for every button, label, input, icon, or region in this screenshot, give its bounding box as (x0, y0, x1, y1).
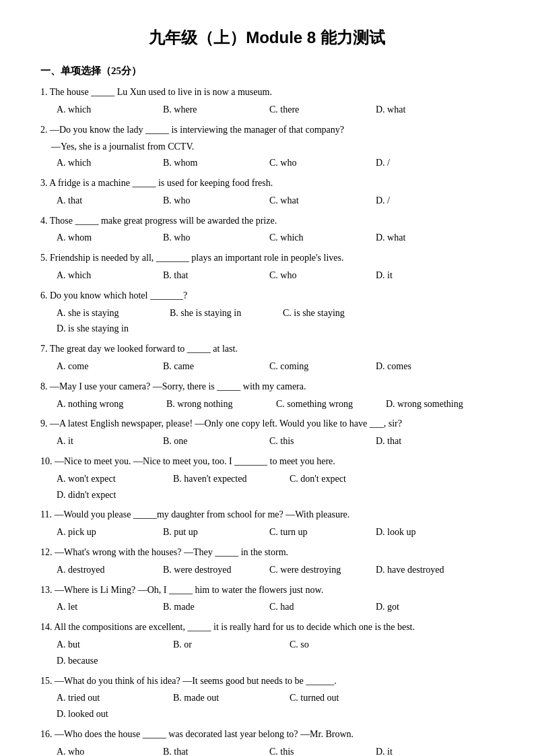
option-9-A: A. it (57, 433, 158, 449)
question-text-15: 15. —What do you think of his idea? —It … (40, 673, 494, 689)
question-text-1: 1. The house _____ Lu Xun used to live i… (40, 84, 494, 100)
question-7: 7. The great day we looked forward to __… (40, 341, 494, 375)
options-11: A. pick upB. put upC. turn upD. look up (40, 524, 494, 540)
options-15: A. tried outB. made outC. turned outD. l… (40, 690, 494, 722)
option-16-D: D. it (376, 744, 477, 756)
option-3-A: A. that (57, 193, 158, 209)
option-16-C: C. this (269, 744, 370, 756)
options-16: A. whoB. thatC. thisD. it (40, 744, 494, 756)
option-16-B: B. that (163, 744, 264, 756)
options-4: A. whomB. whoC. whichD. what (40, 230, 494, 246)
option-12-B: B. were destroyed (163, 562, 264, 578)
question-4: 4. Those _____ make great progress will … (40, 213, 494, 247)
option-5-D: D. it (376, 267, 477, 284)
options-12: A. destroyedB. were destroyedC. were des… (40, 562, 494, 578)
option-15-C: C. turned out (290, 690, 401, 706)
question-14: 14. All the compositions are excellent, … (40, 619, 494, 668)
option-12-D: D. have destroyed (376, 562, 477, 578)
option-7-B: B. came (163, 358, 264, 375)
option-10-A: A. won't expect (57, 471, 168, 487)
option-1-A: A. which (57, 102, 158, 118)
question-text-8: 8. —May I use your camera? —Sorry, there… (40, 379, 494, 395)
option-2-C: C. who (269, 155, 370, 171)
option-15-B: B. made out (173, 690, 284, 706)
option-11-B: B. put up (163, 524, 264, 540)
options-2: A. whichB. whomC. whoD. / (40, 155, 494, 171)
option-13-D: D. got (376, 599, 477, 615)
option-1-D: D. what (376, 102, 477, 118)
option-6-B: B. she is staying in (170, 305, 277, 321)
option-6-C: C. is she staying (283, 305, 391, 321)
options-8: A. nothing wrongB. wrong nothingC. somet… (40, 396, 494, 412)
option-2-B: B. whom (163, 155, 264, 171)
option-1-C: C. there (269, 102, 370, 118)
options-9: A. itB. oneC. thisD. that (40, 433, 494, 449)
option-11-C: C. turn up (269, 524, 370, 540)
question-text-9: 9. —A latest English newspaper, please! … (40, 416, 494, 432)
option-8-D: D. wrong something (386, 396, 490, 412)
option-15-A: A. tried out (57, 690, 168, 706)
options-14: A. butB. orC. soD. because (40, 637, 494, 669)
question-5: 5. Friendship is needed by all, _______ … (40, 250, 494, 284)
option-14-D: D. because (57, 653, 168, 669)
options-13: A. letB. madeC. hadD. got (40, 599, 494, 615)
options-1: A. whichB. whereC. thereD. what (40, 102, 494, 118)
question-text-3: 3. A fridge is a machine _____ is used f… (40, 175, 494, 191)
option-16-A: A. who (57, 744, 158, 756)
question-subtext-2: —Yes, she is a journalist from CCTV. (40, 139, 494, 155)
option-13-B: B. made (163, 599, 264, 615)
option-7-C: C. coming (269, 358, 370, 375)
option-5-A: A. which (57, 267, 158, 284)
option-8-C: C. something wrong (276, 396, 380, 412)
option-8-B: B. wrong nothing (166, 396, 271, 412)
question-text-2: 2. —Do you know the lady _____ is interv… (40, 122, 494, 138)
question-text-14: 14. All the compositions are excellent, … (40, 619, 494, 635)
question-text-16: 16. —Who does the house _____ was decora… (40, 726, 494, 743)
question-6: 6. Do you know which hotel _______?A. sh… (40, 288, 494, 337)
option-5-C: C. who (269, 267, 370, 284)
option-6-A: A. she is staying (57, 305, 164, 321)
options-6: A. she is stayingB. she is staying inC. … (40, 305, 494, 338)
option-12-A: A. destroyed (57, 562, 158, 578)
question-16: 16. —Who does the house _____ was decora… (40, 726, 494, 756)
option-2-D: D. / (376, 155, 477, 171)
question-13: 13. —Where is Li Ming? —Oh, I _____ him … (40, 582, 494, 616)
option-9-D: D. that (376, 433, 477, 449)
question-3: 3. A fridge is a machine _____ is used f… (40, 175, 494, 209)
option-10-D: D. didn't expect (57, 487, 168, 503)
option-11-D: D. look up (376, 524, 477, 540)
option-10-C: C. don't expect (290, 471, 401, 487)
option-9-B: B. one (163, 433, 264, 449)
question-9: 9. —A latest English newspaper, please! … (40, 416, 494, 449)
question-text-13: 13. —Where is Li Ming? —Oh, I _____ him … (40, 582, 494, 598)
option-9-C: C. this (269, 433, 370, 449)
option-3-B: B. who (163, 193, 264, 209)
option-14-B: B. or (173, 637, 284, 653)
option-4-D: D. what (376, 230, 477, 246)
options-10: A. won't expectB. haven't expectedC. don… (40, 471, 494, 503)
option-6-D: D. is she staying in (57, 321, 164, 337)
option-4-B: B. who (163, 230, 264, 246)
option-8-A: A. nothing wrong (57, 396, 161, 412)
option-7-D: D. comes (376, 358, 477, 375)
question-text-10: 10. —Nice to meet you. —Nice to meet you… (40, 453, 494, 470)
option-3-C: C. what (269, 193, 370, 209)
question-text-4: 4. Those _____ make great progress will … (40, 213, 494, 229)
option-11-A: A. pick up (57, 524, 158, 540)
option-4-A: A. whom (57, 230, 158, 246)
option-13-A: A. let (57, 599, 158, 615)
question-15: 15. —What do you think of his idea? —It … (40, 673, 494, 722)
options-3: A. thatB. whoC. whatD. / (40, 193, 494, 209)
question-text-6: 6. Do you know which hotel _______? (40, 288, 494, 304)
question-text-5: 5. Friendship is needed by all, _______ … (40, 250, 494, 266)
option-5-B: B. that (163, 267, 264, 284)
option-12-C: C. were destroying (269, 562, 370, 578)
option-15-D: D. looked out (57, 706, 168, 722)
option-14-C: C. so (290, 637, 401, 653)
question-10: 10. —Nice to meet you. —Nice to meet you… (40, 453, 494, 503)
options-5: A. whichB. thatC. whoD. it (40, 267, 494, 284)
option-3-D: D. / (376, 193, 477, 209)
option-7-A: A. come (57, 358, 158, 375)
option-10-B: B. haven't expected (173, 471, 284, 487)
option-2-A: A. which (57, 155, 158, 171)
